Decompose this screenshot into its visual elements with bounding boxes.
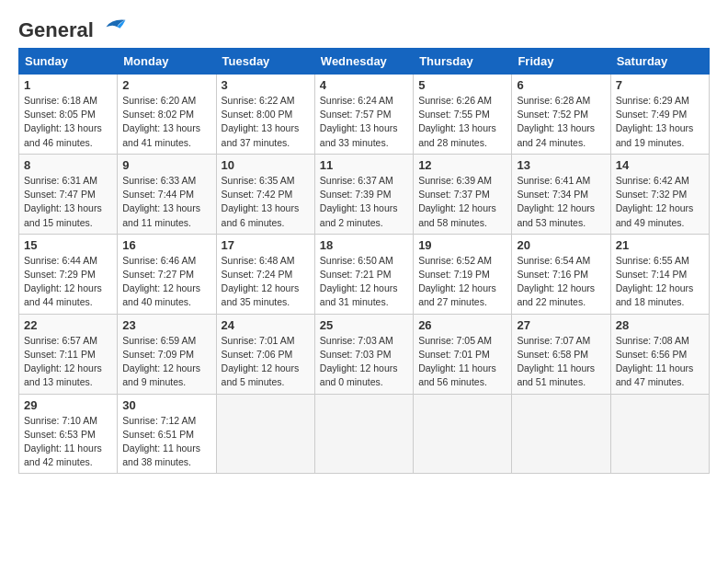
day-info: Sunrise: 6:41 AMSunset: 7:34 PMDaylight:… (517, 174, 605, 230)
day-info: Sunrise: 6:39 AMSunset: 7:37 PMDaylight:… (418, 174, 506, 230)
calendar-cell (414, 394, 512, 474)
day-info: Sunrise: 6:18 AMSunset: 8:05 PMDaylight:… (24, 94, 112, 150)
day-info: Sunrise: 7:03 AMSunset: 7:03 PMDaylight:… (320, 334, 408, 390)
day-info: Sunrise: 6:46 AMSunset: 7:27 PMDaylight:… (122, 254, 210, 310)
calendar-cell: 3Sunrise: 6:22 AMSunset: 8:00 PMDaylight… (216, 75, 314, 155)
calendar-table: SundayMondayTuesdayWednesdayThursdayFrid… (18, 48, 710, 474)
calendar-cell: 5Sunrise: 6:26 AMSunset: 7:55 PMDaylight… (414, 75, 512, 155)
day-info: Sunrise: 7:05 AMSunset: 7:01 PMDaylight:… (418, 334, 506, 390)
day-info: Sunrise: 7:12 AMSunset: 6:51 PMDaylight:… (122, 414, 210, 470)
day-number: 7 (616, 78, 704, 92)
calendar-cell: 9Sunrise: 6:33 AMSunset: 7:44 PMDaylight… (118, 154, 216, 234)
day-number: 30 (122, 398, 210, 412)
calendar-cell: 24Sunrise: 7:01 AMSunset: 7:06 PMDayligh… (216, 314, 314, 394)
day-number: 17 (222, 238, 310, 252)
day-info: Sunrise: 6:52 AMSunset: 7:19 PMDaylight:… (418, 254, 506, 310)
calendar-cell: 30Sunrise: 7:12 AMSunset: 6:51 PMDayligh… (118, 394, 216, 474)
day-info: Sunrise: 6:55 AMSunset: 7:14 PMDaylight:… (616, 254, 704, 310)
calendar-cell (610, 394, 709, 474)
calendar-cell: 4Sunrise: 6:24 AMSunset: 7:57 PMDaylight… (314, 75, 413, 155)
calendar-cell: 10Sunrise: 6:35 AMSunset: 7:42 PMDayligh… (216, 154, 314, 234)
day-number: 29 (24, 398, 112, 412)
calendar-cell: 2Sunrise: 6:20 AMSunset: 8:02 PMDaylight… (118, 75, 216, 155)
day-info: Sunrise: 6:59 AMSunset: 7:09 PMDaylight:… (122, 334, 210, 390)
weekday-header-thursday: Thursday (414, 49, 512, 75)
day-number: 5 (418, 78, 506, 92)
calendar-cell: 23Sunrise: 6:59 AMSunset: 7:09 PMDayligh… (118, 314, 216, 394)
day-number: 1 (24, 78, 112, 92)
calendar-cell: 12Sunrise: 6:39 AMSunset: 7:37 PMDayligh… (414, 154, 512, 234)
weekday-header-monday: Monday (118, 49, 216, 75)
calendar-cell: 11Sunrise: 6:37 AMSunset: 7:39 PMDayligh… (314, 154, 413, 234)
day-number: 20 (517, 238, 605, 252)
calendar-cell: 21Sunrise: 6:55 AMSunset: 7:14 PMDayligh… (610, 234, 709, 314)
day-info: Sunrise: 7:08 AMSunset: 6:56 PMDaylight:… (616, 334, 704, 390)
calendar-cell: 17Sunrise: 6:48 AMSunset: 7:24 PMDayligh… (216, 234, 314, 314)
day-number: 26 (418, 318, 506, 332)
day-number: 12 (418, 158, 506, 172)
day-info: Sunrise: 6:44 AMSunset: 7:29 PMDaylight:… (24, 254, 112, 310)
weekday-header-saturday: Saturday (610, 49, 709, 75)
day-number: 24 (222, 318, 310, 332)
calendar-cell: 18Sunrise: 6:50 AMSunset: 7:21 PMDayligh… (314, 234, 413, 314)
day-info: Sunrise: 7:10 AMSunset: 6:53 PMDaylight:… (24, 414, 112, 470)
weekday-header-tuesday: Tuesday (216, 49, 314, 75)
weekday-header-sunday: Sunday (19, 49, 118, 75)
day-info: Sunrise: 6:24 AMSunset: 7:57 PMDaylight:… (320, 94, 408, 150)
calendar-cell: 22Sunrise: 6:57 AMSunset: 7:11 PMDayligh… (19, 314, 118, 394)
day-info: Sunrise: 6:35 AMSunset: 7:42 PMDaylight:… (222, 174, 310, 230)
day-number: 13 (517, 158, 605, 172)
day-info: Sunrise: 6:50 AMSunset: 7:21 PMDaylight:… (320, 254, 408, 310)
calendar-cell: 20Sunrise: 6:54 AMSunset: 7:16 PMDayligh… (512, 234, 610, 314)
day-number: 6 (517, 78, 605, 92)
day-info: Sunrise: 6:29 AMSunset: 7:49 PMDaylight:… (616, 94, 704, 150)
day-number: 19 (418, 238, 506, 252)
calendar-cell: 27Sunrise: 7:07 AMSunset: 6:58 PMDayligh… (512, 314, 610, 394)
day-number: 27 (517, 318, 605, 332)
day-number: 9 (122, 158, 210, 172)
day-number: 25 (320, 318, 408, 332)
calendar-cell: 1Sunrise: 6:18 AMSunset: 8:05 PMDaylight… (19, 75, 118, 155)
day-number: 28 (616, 318, 704, 332)
day-info: Sunrise: 6:48 AMSunset: 7:24 PMDaylight:… (222, 254, 310, 310)
logo: General (18, 18, 127, 39)
day-number: 21 (616, 238, 704, 252)
calendar-cell: 25Sunrise: 7:03 AMSunset: 7:03 PMDayligh… (314, 314, 413, 394)
calendar-cell: 8Sunrise: 6:31 AMSunset: 7:47 PMDaylight… (19, 154, 118, 234)
calendar-cell (512, 394, 610, 474)
day-info: Sunrise: 6:42 AMSunset: 7:32 PMDaylight:… (616, 174, 704, 230)
logo-bird-icon (99, 17, 127, 33)
day-number: 16 (122, 238, 210, 252)
day-info: Sunrise: 6:31 AMSunset: 7:47 PMDaylight:… (24, 174, 112, 230)
day-info: Sunrise: 7:07 AMSunset: 6:58 PMDaylight:… (517, 334, 605, 390)
day-number: 2 (122, 78, 210, 92)
calendar-cell: 16Sunrise: 6:46 AMSunset: 7:27 PMDayligh… (118, 234, 216, 314)
day-number: 8 (24, 158, 112, 172)
calendar-cell: 15Sunrise: 6:44 AMSunset: 7:29 PMDayligh… (19, 234, 118, 314)
day-info: Sunrise: 6:26 AMSunset: 7:55 PMDaylight:… (418, 94, 506, 150)
calendar-cell: 7Sunrise: 6:29 AMSunset: 7:49 PMDaylight… (610, 75, 709, 155)
calendar-cell: 6Sunrise: 6:28 AMSunset: 7:52 PMDaylight… (512, 75, 610, 155)
day-info: Sunrise: 6:57 AMSunset: 7:11 PMDaylight:… (24, 334, 112, 390)
calendar-cell (216, 394, 314, 474)
day-number: 10 (222, 158, 310, 172)
day-number: 22 (24, 318, 112, 332)
day-number: 3 (222, 78, 310, 92)
calendar-cell: 28Sunrise: 7:08 AMSunset: 6:56 PMDayligh… (610, 314, 709, 394)
logo-general: General (18, 18, 94, 41)
calendar-cell: 14Sunrise: 6:42 AMSunset: 7:32 PMDayligh… (610, 154, 709, 234)
day-number: 15 (24, 238, 112, 252)
weekday-header-friday: Friday (512, 49, 610, 75)
day-info: Sunrise: 6:28 AMSunset: 7:52 PMDaylight:… (517, 94, 605, 150)
day-info: Sunrise: 7:01 AMSunset: 7:06 PMDaylight:… (222, 334, 310, 390)
day-info: Sunrise: 6:22 AMSunset: 8:00 PMDaylight:… (222, 94, 310, 150)
day-info: Sunrise: 6:37 AMSunset: 7:39 PMDaylight:… (320, 174, 408, 230)
weekday-header-wednesday: Wednesday (314, 49, 413, 75)
calendar-cell (314, 394, 413, 474)
day-info: Sunrise: 6:54 AMSunset: 7:16 PMDaylight:… (517, 254, 605, 310)
day-number: 18 (320, 238, 408, 252)
day-number: 11 (320, 158, 408, 172)
calendar-cell: 13Sunrise: 6:41 AMSunset: 7:34 PMDayligh… (512, 154, 610, 234)
calendar-cell: 19Sunrise: 6:52 AMSunset: 7:19 PMDayligh… (414, 234, 512, 314)
calendar-cell: 29Sunrise: 7:10 AMSunset: 6:53 PMDayligh… (19, 394, 118, 474)
